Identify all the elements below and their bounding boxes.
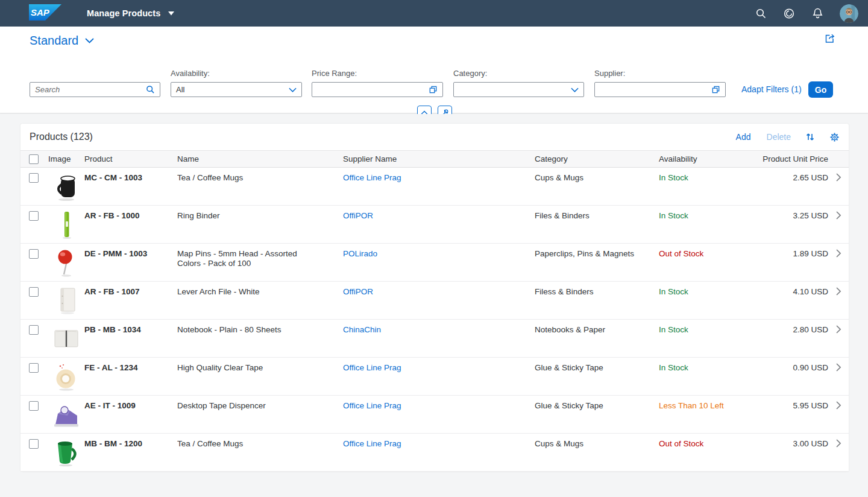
column-header-availability[interactable]: Availability — [659, 154, 761, 163]
category-cell: Cups & Mugs — [535, 434, 659, 471]
table-row[interactable]: FE - AL - 1234 High Quality Clear Tape O… — [20, 358, 849, 396]
add-button[interactable]: Add — [736, 132, 751, 142]
user-avatar[interactable] — [840, 4, 858, 23]
settings-button[interactable] — [829, 132, 840, 142]
notebook-image — [52, 323, 81, 353]
sap-logo[interactable]: SAP — [29, 4, 61, 23]
table-row[interactable]: DE - PMM - 1003 Map Pins - 5mm Head - As… — [20, 244, 849, 282]
chevron-right-icon — [836, 249, 841, 258]
select-all-checkbox[interactable] — [29, 154, 39, 164]
value-help-icon[interactable] — [429, 85, 438, 94]
row-checkbox[interactable] — [29, 211, 39, 221]
row-checkbox[interactable] — [29, 173, 39, 183]
unit-price: 3.00 USD — [761, 434, 828, 471]
availability-status: In Stock — [659, 168, 761, 205]
availability-select[interactable]: All — [171, 82, 302, 97]
black-coffee-mug-image — [52, 171, 81, 201]
adapt-filters-link[interactable]: Adapt Filters (1) — [741, 82, 802, 97]
unit-price: 2.65 USD — [761, 168, 828, 205]
product-id: DE - PMM - 1003 — [84, 244, 177, 281]
sort-button[interactable] — [805, 132, 815, 142]
table-row[interactable]: PB - MB - 1034 Notebook - Plain - 80 She… — [20, 320, 849, 358]
product-name: Notebook - Plain - 80 Sheets — [177, 320, 343, 357]
supplier-link[interactable]: OffiPOR — [343, 287, 373, 296]
copilot-icon[interactable] — [783, 7, 795, 19]
row-navigation-chevron[interactable] — [828, 168, 849, 205]
supplier-link[interactable]: Office Line Prag — [343, 363, 401, 372]
row-navigation-chevron[interactable] — [828, 358, 849, 395]
category-cell: Glue & Sticky Tape — [535, 358, 659, 395]
supplier-link[interactable]: Office Line Prag — [343, 439, 401, 448]
table-row[interactable]: MB - BM - 1200 Tea / Coffee Mugs Office … — [20, 434, 849, 472]
row-navigation-chevron[interactable] — [828, 244, 849, 281]
supplier-input[interactable] — [594, 82, 726, 97]
product-name: Lever Arch File - White — [177, 282, 343, 319]
price-range-filter-group: Price Range: — [312, 69, 443, 97]
table-toolbar: Products (123) Add Delete — [20, 124, 849, 150]
lever-arch-file-image — [52, 285, 81, 315]
category-select[interactable] — [453, 82, 584, 97]
row-checkbox[interactable] — [29, 249, 39, 259]
supplier-filter-group: Supplier: — [594, 69, 726, 97]
column-header-name[interactable]: Name — [177, 154, 343, 163]
row-checkbox[interactable] — [29, 363, 39, 373]
chevron-right-icon — [836, 325, 841, 334]
row-checkbox[interactable] — [29, 401, 39, 411]
product-id: AR - FB - 1000 — [84, 206, 177, 243]
unit-price: 0.90 USD — [761, 358, 828, 395]
column-header-supplier-name[interactable]: Supplier Name — [343, 154, 535, 163]
product-id: MC - CM - 1003 — [84, 168, 177, 205]
row-navigation-chevron[interactable] — [828, 396, 849, 433]
chevron-down-icon — [85, 38, 94, 43]
share-icon[interactable] — [824, 33, 835, 46]
product-id: FE - AL - 1234 — [84, 358, 177, 395]
search-field-icon[interactable] — [146, 85, 155, 94]
chevron-right-icon — [836, 363, 841, 372]
row-checkbox[interactable] — [29, 439, 39, 449]
supplier-link[interactable]: OffiPOR — [343, 211, 373, 220]
column-header-product-unit-price[interactable]: Product Unit Price — [761, 154, 828, 163]
supplier-link[interactable]: Office Line Prag — [343, 173, 401, 182]
go-button[interactable]: Go — [808, 81, 833, 98]
search-icon[interactable] — [755, 7, 767, 19]
availability-value: All — [176, 85, 184, 94]
chevron-right-icon — [836, 211, 841, 220]
search-input[interactable] — [35, 85, 146, 94]
category-cell: Paperclips, Pins & Magnets — [535, 244, 659, 281]
category-cell: Files & Binders — [535, 206, 659, 243]
supplier-label: Supplier: — [594, 69, 726, 82]
value-help-icon[interactable] — [711, 85, 720, 94]
table-row[interactable]: AE - IT - 1009 Desktop Tape Dispencer Of… — [20, 396, 849, 434]
notifications-icon[interactable] — [811, 7, 823, 19]
table-row[interactable]: MC - CM - 1003 Tea / Coffee Mugs Office … — [20, 168, 849, 206]
product-name: High Quality Clear Tape — [177, 358, 343, 395]
availability-status: Less Than 10 Left — [659, 396, 761, 433]
variant-title: Standard — [30, 34, 78, 48]
category-cell: Glue & Sticky Tape — [535, 396, 659, 433]
product-id: AE - IT - 1009 — [84, 396, 177, 433]
row-navigation-chevron[interactable] — [828, 320, 849, 357]
table-row[interactable]: AR - FB - 1007 Lever Arch File - White O… — [20, 282, 849, 320]
row-checkbox[interactable] — [29, 325, 39, 335]
row-navigation-chevron[interactable] — [828, 206, 849, 243]
variant-selector[interactable]: Standard — [30, 34, 94, 48]
table-header-row: Image Product Name Supplier Name Categor… — [20, 150, 849, 168]
supplier-link[interactable]: Office Line Prag — [343, 401, 401, 410]
product-name: Ring Binder — [177, 206, 343, 243]
app-title-menu[interactable]: Manage Products — [87, 8, 174, 18]
column-header-category[interactable]: Category — [535, 154, 659, 163]
row-checkbox[interactable] — [29, 287, 39, 297]
product-name: Tea / Coffee Mugs — [177, 168, 343, 205]
table-row[interactable]: AR - FB - 1000 Ring Binder OffiPOR Files… — [20, 206, 849, 244]
column-header-product[interactable]: Product — [84, 154, 177, 163]
availability-status: In Stock — [659, 320, 761, 357]
column-header-image[interactable]: Image — [48, 154, 84, 163]
supplier-link[interactable]: ChinaChin — [343, 325, 381, 334]
supplier-link[interactable]: POLirado — [343, 249, 377, 258]
price-range-input[interactable] — [312, 82, 443, 97]
row-navigation-chevron[interactable] — [828, 434, 849, 471]
category-cell: Notebooks & Paper — [535, 320, 659, 357]
filter-bar: Standard Availability: All — [0, 27, 868, 113]
row-navigation-chevron[interactable] — [828, 282, 849, 319]
availability-status: In Stock — [659, 282, 761, 319]
